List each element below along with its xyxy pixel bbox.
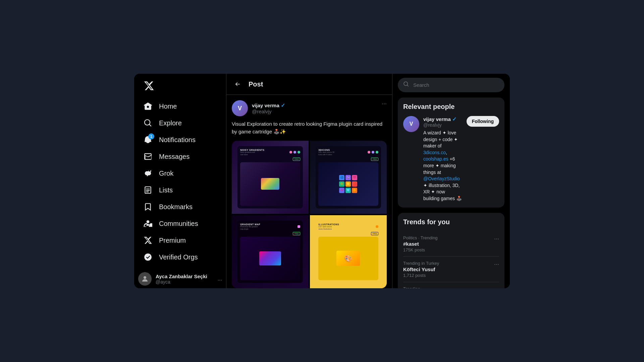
person-avatar: V <box>403 116 419 132</box>
sidebar-user-avatar <box>138 272 152 286</box>
nav-premium[interactable]: Premium <box>138 232 222 249</box>
nav-explore[interactable]: Explore <box>138 115 222 131</box>
nav-notifications-label: Notifications <box>159 136 196 144</box>
search-box[interactable] <box>398 78 504 92</box>
search-input[interactable] <box>413 82 499 88</box>
trend-more-icon-3[interactable]: ··· <box>494 286 499 288</box>
post-body: V vijay verma ✓ @realvjy ··· Visual Expl… <box>226 95 392 288</box>
nav-lists-label: Lists <box>159 186 173 194</box>
author-avatar: V <box>232 100 248 116</box>
author-text: vijay verma ✓ @realvjy <box>252 102 285 114</box>
bio-link-1[interactable]: 3dicons.co <box>423 150 446 155</box>
nav-bookmarks-label: Bookmarks <box>159 203 193 211</box>
tweet-author: V vijay verma ✓ @realvjy ··· <box>232 100 387 116</box>
trend-count-1: 175K posts <box>403 247 438 252</box>
premium-icon <box>144 236 152 245</box>
person-bio: A wizard ✦ love design + code ✦ maker of… <box>423 130 463 202</box>
card-gradient-map[interactable]: GRADIENT MAP Photoshop-like gradientmap … <box>232 215 309 288</box>
svg-point-0 <box>144 276 146 279</box>
back-button[interactable] <box>232 78 243 90</box>
tweet-more-button[interactable]: ··· <box>382 100 387 107</box>
trend-count-2: 1,712 posts <box>403 273 439 278</box>
relevant-people-section: Relevant people V vijay verma ✓ @realvjy… <box>398 98 504 207</box>
trend-meta-2: Trending in Turkey <box>403 261 439 266</box>
post-page-title: Post <box>249 80 263 88</box>
nav-verified-orgs-label: Verified Orgs <box>159 253 198 261</box>
bio-link-2[interactable]: coolshap.es <box>423 156 448 162</box>
nav-grok[interactable]: Grok <box>138 165 222 182</box>
trend-meta-3: Trending <box>403 286 430 288</box>
person-card: V vijay verma ✓ @realvjy A wizard ✦ love… <box>403 116 499 202</box>
sidebar-user[interactable]: Ayca Zanbaklar Seçki @ayca ... <box>138 269 222 288</box>
bookmark-icon <box>144 202 152 211</box>
trends-title: Trends for you <box>403 218 499 226</box>
nav-communities-label: Communities <box>159 220 198 228</box>
tweet-text: Visual Exploration to create retro looki… <box>232 120 387 135</box>
verified-orgs-icon <box>144 253 152 261</box>
mail-icon <box>144 152 152 161</box>
relevant-people-title: Relevant people <box>403 103 499 111</box>
person-name: vijay verma ✓ <box>423 116 463 122</box>
post-header: Post <box>226 74 392 95</box>
grok-icon <box>144 169 152 178</box>
communities-icon <box>144 219 152 228</box>
home-icon <box>144 102 152 111</box>
nav-premium-label: Premium <box>159 237 186 244</box>
author-handle: @realvjy <box>252 109 285 114</box>
person-verified-icon: ✓ <box>452 116 457 122</box>
trend-more-icon-2[interactable]: ··· <box>494 261 499 268</box>
nav-verified-orgs[interactable]: Verified Orgs <box>138 249 222 265</box>
verified-icon: ✓ <box>281 102 285 109</box>
nav-lists[interactable]: Lists <box>138 182 222 198</box>
right-sidebar: Relevant people V vijay verma ✓ @realvjy… <box>392 74 510 288</box>
main-content: Post V vijay verma ✓ @realvjy ··· Visual… <box>226 74 392 288</box>
trend-name-1: #kaset <box>403 241 438 247</box>
sidebar-user-handle: @ayca <box>156 279 207 285</box>
app-window: Home Explore Notifications 1 Message <box>134 74 510 288</box>
bio-link-3[interactable]: @OverlayzStudio <box>423 176 460 181</box>
lists-icon <box>144 186 152 194</box>
author-name: vijay verma ✓ <box>252 102 285 109</box>
search-icon <box>403 81 409 89</box>
x-logo[interactable] <box>138 76 222 97</box>
trend-name-2: Köfteci Yusuf <box>403 266 439 272</box>
person-handle: @realvjy <box>423 122 463 128</box>
trend-item-3[interactable]: Trending WordPress 19.7K posts ··· <box>403 282 499 288</box>
sidebar-more-icon: ... <box>218 276 222 282</box>
trend-item-1[interactable]: Politics · Trending #kaset 175K posts ··… <box>403 231 499 257</box>
nav-messages-label: Messages <box>159 153 190 161</box>
nav-communities[interactable]: Communities <box>138 215 222 232</box>
nav-bookmarks[interactable]: Bookmarks <box>138 198 222 215</box>
trends-section: Trends for you Politics · Trending #kase… <box>398 213 504 288</box>
nav-menu: Home Explore Notifications 1 Message <box>138 98 222 288</box>
person-info: vijay verma ✓ @realvjy A wizard ✦ love d… <box>423 116 463 202</box>
card-3dicons[interactable]: 3DICONS 100+ open source 3Dicons with 4 … <box>310 141 387 214</box>
nav-messages[interactable]: Messages <box>138 148 222 165</box>
nav-home[interactable]: Home <box>138 98 222 115</box>
card-noisy-gradients[interactable]: NOISY GRADIENTS Retro gradients withcool… <box>232 141 309 214</box>
follow-button[interactable]: Following <box>467 116 499 127</box>
card-illustrations[interactable]: ILLUSTRATIONS 110+ open sourcevector ill… <box>310 215 387 288</box>
nav-home-label: Home <box>159 103 177 110</box>
trend-meta-1: Politics · Trending <box>403 235 438 240</box>
nav-grok-label: Grok <box>159 170 173 177</box>
nav-notifications[interactable]: Notifications 1 <box>138 131 222 148</box>
nav-explore-label: Explore <box>159 119 182 127</box>
author-info: V vijay verma ✓ @realvjy <box>232 100 285 116</box>
explore-icon <box>144 119 152 127</box>
sidebar-user-name: Ayca Zanbaklar Seçki <box>156 274 207 279</box>
trend-more-icon-1[interactable]: ··· <box>494 235 499 242</box>
trend-item-2[interactable]: Trending in Turkey Köfteci Yusuf 1,712 p… <box>403 257 499 282</box>
sidebar: Home Explore Notifications 1 Message <box>134 74 226 288</box>
tweet-images: NOISY GRADIENTS Retro gradients withcool… <box>232 141 387 288</box>
notifications-badge: 1 <box>148 133 154 139</box>
sidebar-user-info: Ayca Zanbaklar Seçki @ayca <box>156 274 207 285</box>
